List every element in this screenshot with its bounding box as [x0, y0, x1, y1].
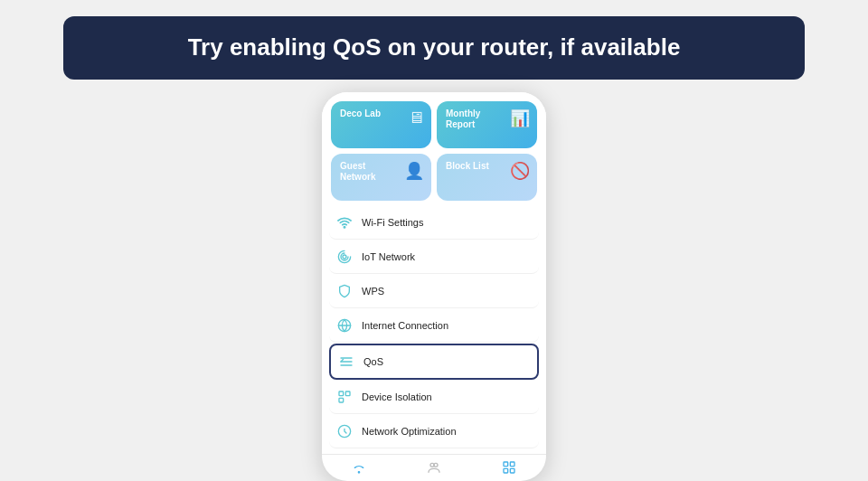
isolation-icon	[336, 389, 353, 405]
optimization-icon	[336, 423, 353, 439]
svg-rect-17	[504, 468, 508, 473]
tile-block-list-icon: 🚫	[510, 161, 530, 181]
svg-point-14	[434, 463, 438, 467]
device-isolation-label: Device Isolation	[362, 391, 432, 402]
wifi-settings-label: Wi-Fi Settings	[362, 217, 423, 228]
tile-monthly-report-icon: 📊	[510, 108, 530, 128]
wifi-icon	[336, 214, 353, 231]
svg-rect-10	[339, 398, 344, 402]
main-container: Try enabling QoS on your router, if avai…	[0, 0, 868, 481]
menu-item-iot-network[interactable]: IoT Network	[329, 240, 539, 274]
shield-icon	[336, 283, 353, 299]
svg-rect-15	[504, 462, 508, 467]
svg-point-0	[344, 226, 344, 227]
tile-block-list-label: Block List	[446, 161, 489, 172]
nav-more-icon	[502, 460, 516, 477]
tile-deco-lab[interactable]: Deco Lab 🖥	[331, 101, 431, 148]
tooltip-banner: Try enabling QoS on your router, if avai…	[63, 16, 805, 80]
tooltip-text: Try enabling QoS on your router, if avai…	[188, 33, 681, 61]
svg-rect-8	[339, 391, 344, 396]
iot-network-label: IoT Network	[362, 251, 415, 262]
tile-block-list[interactable]: Block List 🚫	[437, 154, 537, 201]
wps-label: WPS	[362, 286, 384, 297]
nav-parental-icon	[427, 460, 441, 477]
tile-deco-lab-icon: 🖥	[408, 108, 424, 127]
svg-rect-16	[510, 462, 514, 467]
tile-monthly-report-label: MonthlyReport	[446, 108, 480, 130]
tile-guest-network-icon: 👤	[404, 161, 424, 181]
svg-rect-9	[345, 391, 350, 396]
phone-frame: Deco Lab 🖥 MonthlyReport 📊 GuestNetwork …	[322, 92, 546, 481]
iot-icon	[336, 249, 353, 265]
nav-item-parental-controls[interactable]: Parental Controls	[397, 460, 472, 481]
tile-guest-network-label: GuestNetwork	[340, 161, 375, 183]
menu-item-wps[interactable]: WPS	[329, 275, 539, 308]
qos-label: QoS	[363, 356, 383, 367]
menu-item-internet-connection[interactable]: Internet Connection	[329, 309, 539, 343]
nav-item-network[interactable]: Network	[322, 460, 397, 481]
network-optimization-label: Network Optimization	[362, 426, 457, 437]
svg-point-1	[343, 255, 346, 259]
qos-icon	[338, 354, 354, 370]
tiles-grid: Deco Lab 🖥 MonthlyReport 📊 GuestNetwork …	[322, 92, 546, 206]
svg-rect-18	[510, 468, 514, 473]
tile-deco-lab-label: Deco Lab	[340, 108, 381, 119]
bottom-nav: Network Parental Controls	[322, 454, 546, 481]
nav-item-more[interactable]: More	[471, 460, 546, 481]
tile-guest-network[interactable]: GuestNetwork 👤	[331, 154, 431, 201]
internet-connection-label: Internet Connection	[362, 320, 448, 331]
menu-item-qos[interactable]: QoS	[329, 344, 539, 380]
menu-item-device-isolation[interactable]: Device Isolation	[329, 381, 539, 414]
nav-network-icon	[352, 460, 366, 477]
menu-item-network-optimization[interactable]: Network Optimization	[329, 415, 539, 448]
menu-list: Wi-Fi Settings IoT Network	[322, 206, 546, 448]
menu-item-wifi-settings[interactable]: Wi-Fi Settings	[329, 206, 539, 240]
globe-icon	[336, 317, 353, 334]
tile-monthly-report[interactable]: MonthlyReport 📊	[437, 101, 537, 148]
svg-point-12	[359, 471, 360, 472]
